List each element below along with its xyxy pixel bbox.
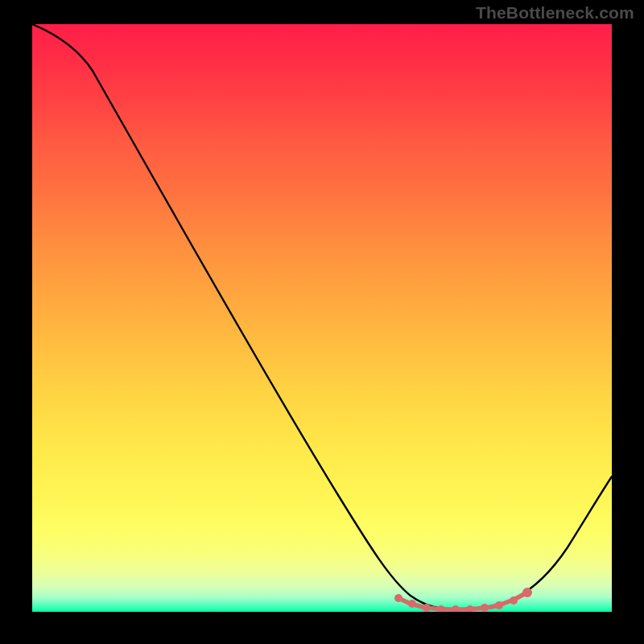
marker-dot xyxy=(495,601,503,609)
marker-dot xyxy=(481,604,489,612)
bottleneck-curve xyxy=(32,24,612,609)
marker-dot xyxy=(452,605,460,612)
marker-dot xyxy=(510,597,518,605)
marker-dot xyxy=(437,605,445,612)
marker-dot xyxy=(423,604,431,612)
chart-frame: TheBottleneck.com xyxy=(0,0,644,644)
marker-dot xyxy=(466,605,474,612)
marker-dot xyxy=(522,588,532,597)
plot-outer xyxy=(32,24,612,612)
watermark-text: TheBottleneck.com xyxy=(476,3,634,23)
marker-dot xyxy=(408,600,416,608)
marker-dot xyxy=(394,594,402,602)
curve-svg xyxy=(32,24,612,612)
